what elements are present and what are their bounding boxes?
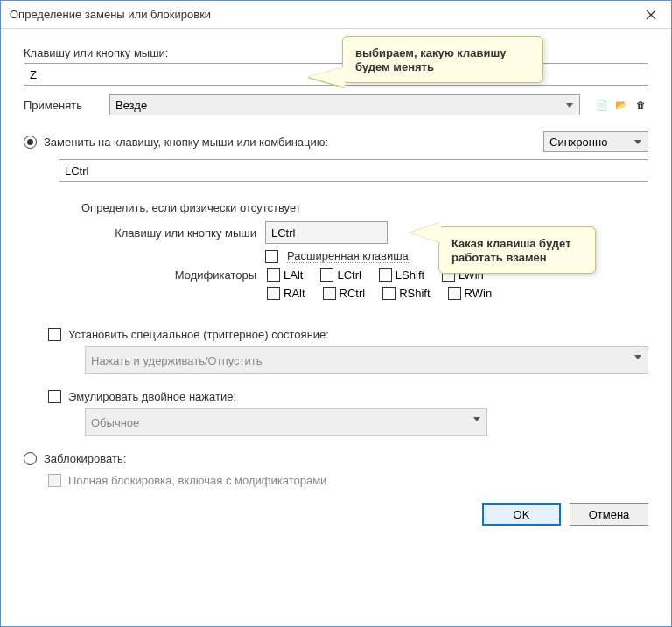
trigger-state-value: Нажать и удерживать/Отпустить bbox=[91, 354, 262, 367]
mod-rctrl-label: RCtrl bbox=[340, 287, 366, 300]
mod-lshift-label: LShift bbox=[396, 268, 424, 282]
full-block-label: Полная блокировка, включая с модификатор… bbox=[68, 474, 326, 487]
mod-rwin-label: RWin bbox=[465, 287, 493, 300]
mod-rctrl-checkbox[interactable] bbox=[323, 287, 336, 300]
annotation-text-1: выбираем, какую клавишу будем менять bbox=[355, 46, 507, 73]
sync-select-value: Синхронно bbox=[550, 136, 607, 149]
mod-lctrl-label: LCtrl bbox=[337, 268, 360, 282]
cancel-button-label: Отмена bbox=[589, 508, 630, 521]
window-title: Определение замены или блокировки bbox=[10, 8, 211, 21]
double-press-select[interactable]: Обычное bbox=[85, 408, 487, 436]
inner-key-input[interactable] bbox=[265, 221, 388, 244]
callout-tail-icon bbox=[308, 66, 345, 87]
extended-key-checkbox[interactable] bbox=[265, 250, 278, 263]
block-radio[interactable] bbox=[24, 452, 37, 465]
open-icon[interactable]: 📂 bbox=[613, 97, 629, 113]
mod-rshift-checkbox[interactable] bbox=[382, 287, 396, 300]
close-button[interactable] bbox=[631, 1, 671, 29]
dialog-window: Определение замены или блокировки Клавиш… bbox=[0, 0, 672, 627]
annotation-callout-2: Какая клавиша будет работать взамен bbox=[438, 226, 596, 274]
inner-key-label: Клавишу или кнопку мыши bbox=[81, 226, 256, 240]
apply-toolbar: 📄 📂 🗑 bbox=[594, 97, 648, 113]
titlebar: Определение замены или блокировки bbox=[1, 1, 671, 29]
mod-ralt-checkbox[interactable] bbox=[267, 287, 280, 300]
ok-button-label: OK bbox=[514, 508, 530, 521]
modifiers-row2: RAlt RCtrl RShift RWin bbox=[267, 287, 492, 300]
full-block-checkbox bbox=[48, 474, 61, 487]
mod-ralt-label: RAlt bbox=[284, 287, 305, 300]
sync-select[interactable]: Синхронно bbox=[543, 131, 648, 152]
cancel-button[interactable]: Отмена bbox=[570, 503, 648, 526]
source-key-label: Клавишу или кнопку мыши: bbox=[24, 46, 648, 59]
extended-key-label: Расширенная клавиша bbox=[287, 249, 409, 263]
trigger-state-select[interactable]: Нажать и удерживать/Отпустить bbox=[85, 346, 648, 374]
block-radio-label: Заблокировать: bbox=[44, 452, 126, 465]
annotation-text-2: Какая клавиша будет работать взамен bbox=[452, 237, 571, 264]
define-absent-title: Определить, если физически отсутствует bbox=[81, 201, 648, 214]
annotation-callout-1: выбираем, какую клавишу будем менять bbox=[342, 36, 543, 83]
double-press-value: Обычное bbox=[91, 416, 139, 429]
apply-select[interactable]: Везде bbox=[109, 94, 580, 115]
close-icon bbox=[646, 10, 656, 20]
target-key-input[interactable] bbox=[59, 159, 648, 182]
apply-label: Применять bbox=[24, 99, 102, 112]
double-press-label: Эмулировать двойное нажатие: bbox=[68, 390, 236, 403]
replace-radio[interactable] bbox=[24, 136, 37, 149]
trigger-state-label: Установить специальное (триггерное) сост… bbox=[68, 328, 329, 341]
delete-icon[interactable]: 🗑 bbox=[633, 97, 648, 113]
modifiers-label: Модификаторы bbox=[81, 268, 256, 282]
new-icon[interactable]: 📄 bbox=[594, 97, 610, 113]
trigger-state-checkbox[interactable] bbox=[48, 328, 61, 341]
double-press-checkbox[interactable] bbox=[48, 390, 61, 403]
callout-tail-icon bbox=[410, 222, 441, 243]
mod-lalt-checkbox[interactable] bbox=[267, 268, 280, 282]
mod-rwin-checkbox[interactable] bbox=[448, 287, 461, 300]
mod-lctrl-checkbox[interactable] bbox=[320, 268, 333, 282]
mod-lalt-label: LAlt bbox=[284, 268, 303, 282]
ok-button[interactable]: OK bbox=[482, 503, 561, 526]
apply-select-value: Везде bbox=[116, 99, 147, 112]
mod-rshift-label: RShift bbox=[399, 287, 430, 300]
mod-lshift-checkbox[interactable] bbox=[379, 268, 392, 282]
replace-radio-label: Заменить на клавишу, кнопку мыши или ком… bbox=[44, 136, 328, 149]
